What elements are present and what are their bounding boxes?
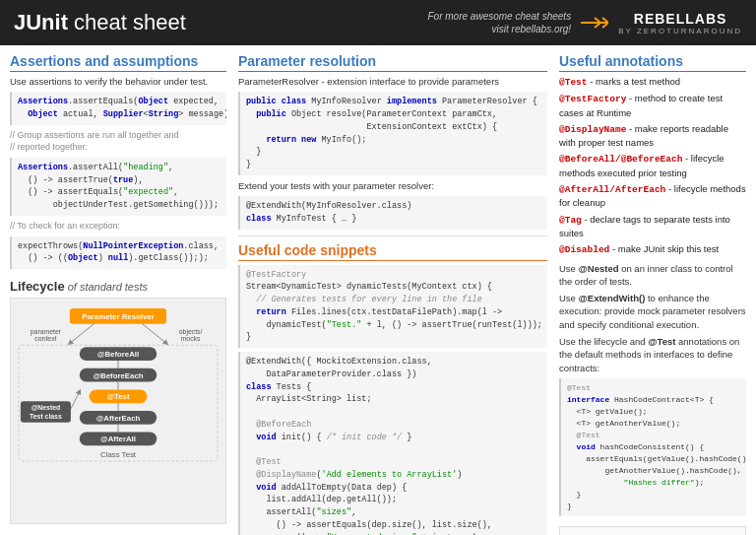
quote-box: "Never trust a test you haven't seen fai… — [559, 526, 746, 535]
lifecycle-text: Use the lifecycle and @Test annotations … — [559, 335, 746, 374]
lifecycle-svg: Parameter Resolver parameter context obj… — [17, 304, 220, 517]
ann-disabled: @Disabled - make JUnit skip this test — [559, 242, 746, 256]
useful-annotations-title: Useful annotations — [559, 53, 746, 72]
svg-line-6 — [70, 324, 94, 344]
header-right: For more awesome cheat sheets visit rebe… — [428, 10, 742, 35]
right-column: Useful annotations @Test - marks a test … — [559, 53, 746, 527]
parameter-resolution-code1: public class MyInfoResolver implements P… — [238, 92, 547, 175]
nested-text: Use @Nested on an inner class to control… — [559, 262, 746, 289]
annotations-code1: @Test interface HashCodeContract<T> { <T… — [559, 378, 746, 516]
ann-test: @Test - marks a test method — [559, 75, 746, 89]
extendwith-text: Use @ExtendWith() to enhance the executi… — [559, 292, 746, 331]
svg-text:@Test: @Test — [106, 392, 130, 401]
svg-text:Test class: Test class — [30, 413, 62, 420]
svg-text:@AfterAll: @AfterAll — [100, 435, 136, 443]
ann-testfactory: @TestFactory - method to create test cas… — [559, 92, 746, 119]
main-content: Assertions and assumptions Use assertion… — [0, 45, 756, 535]
ann-tag: @Tag - declare tags to separate tests in… — [559, 213, 746, 240]
header-title: JUnit cheat sheet — [14, 10, 186, 35]
assertions-comment2: // To check for an exception: — [10, 220, 226, 233]
svg-text:Class Test: Class Test — [100, 450, 137, 459]
arrow-icon — [581, 16, 608, 30]
parameter-resolution-intro: ParameterResolver - extension interface … — [238, 75, 547, 88]
divider-1 — [238, 235, 547, 236]
assertions-title: Assertions and assumptions — [10, 53, 226, 72]
code-snippets-code2: @ExtendWith({ MockitoExtension.class, Da… — [238, 352, 547, 535]
assertions-code3: expectThrows(NullPointerException.class,… — [10, 236, 226, 270]
assertions-code2: Assertions.assertAll("heading", () -> as… — [10, 158, 226, 216]
extend-text: Extend your tests with your parameter re… — [238, 179, 547, 192]
header-slogan: For more awesome cheat sheets visit rebe… — [428, 10, 572, 35]
svg-text:parameter: parameter — [31, 328, 62, 336]
svg-text:@Nested: @Nested — [32, 404, 61, 411]
code-snippets-title: Useful code snippets — [238, 242, 547, 261]
assertions-comment1: // Group assertions are run all together… — [10, 129, 226, 154]
ann-beforeall: @BeforeAll/@BeforeEach - lifecycle metho… — [559, 152, 746, 179]
svg-text:objects/: objects/ — [179, 328, 203, 336]
ann-displayname: @DisplayName - make reports readable wit… — [559, 122, 746, 150]
rebel-logo: REBELLABS BY ZEROTURNAROUND — [618, 11, 742, 35]
svg-text:mocks: mocks — [181, 335, 201, 342]
svg-line-7 — [143, 324, 167, 344]
lifecycle-diagram: Parameter Resolver parameter context obj… — [10, 298, 226, 524]
assertions-intro: Use assertions to verify the behavior un… — [10, 75, 226, 88]
svg-text:context: context — [34, 335, 56, 342]
svg-text:@BeforeEach: @BeforeEach — [93, 371, 143, 380]
svg-text:Parameter Resolver: Parameter Resolver — [82, 312, 155, 321]
left-column: Assertions and assumptions Use assertion… — [10, 53, 226, 527]
header: JUnit cheat sheet For more awesome cheat… — [0, 0, 756, 45]
code-snippets-code1: @TestFactory Stream<DynamicTest> dynamic… — [238, 265, 547, 349]
ann-afterall: @AfterAll/AfterEach - lifecycle methods … — [559, 182, 746, 210]
lifecycle-section: Lifecycle of standard tests Parameter Re… — [10, 279, 226, 524]
lifecycle-title: Lifecycle of standard tests — [10, 279, 226, 294]
svg-line-25 — [71, 391, 80, 409]
parameter-resolution-title: Parameter resolution — [238, 53, 547, 72]
parameter-resolution-code2: @ExtendWith(MyInfoResolver.class) class … — [238, 196, 547, 230]
assertions-code1: Assertions.assertEquals(Object expected,… — [10, 92, 226, 125]
svg-text:@BeforeAll: @BeforeAll — [97, 350, 139, 359]
middle-column: Parameter resolution ParameterResolver -… — [238, 53, 547, 527]
svg-text:@AfterEach: @AfterEach — [96, 414, 141, 423]
